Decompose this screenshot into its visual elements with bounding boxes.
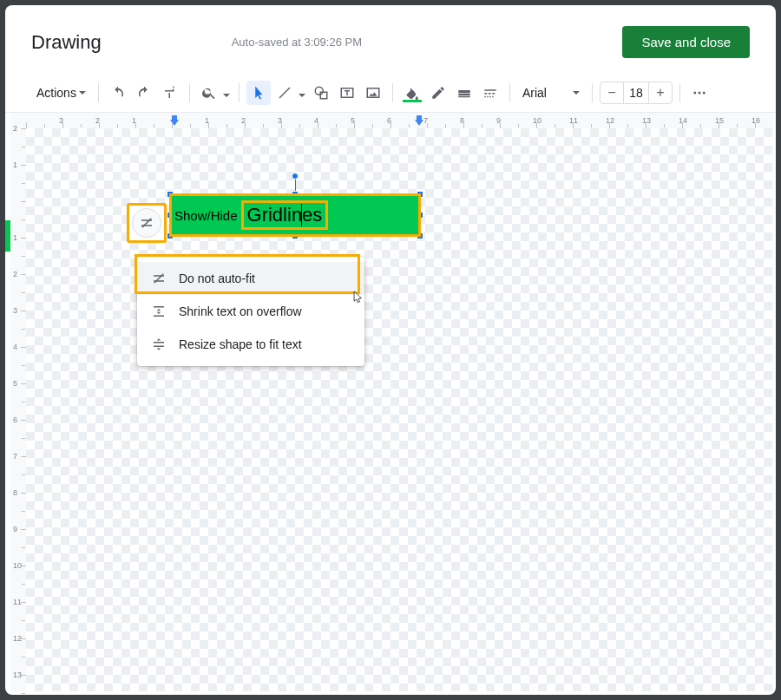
toolbar-separator: [679, 83, 680, 102]
select-tool-button[interactable]: [246, 81, 271, 105]
toolbar-separator: [239, 83, 240, 102]
toolbar-separator: [509, 83, 510, 102]
shrink-text-icon: [151, 304, 167, 319]
line-tool-icon-wrap: [272, 81, 297, 105]
menu-item-label: Shrink text on overflow: [179, 304, 302, 318]
caret-down-icon: [79, 91, 86, 95]
zoom-icon: [201, 85, 217, 101]
text-box-icon: [339, 85, 355, 101]
font-family-value: Arial: [522, 86, 547, 100]
autofit-options-button[interactable]: [127, 203, 167, 243]
canvas-area: 432112345678910111213141516 211234567891…: [5, 112, 776, 695]
autofit-menu: Do not auto-fit Shrink text on overflow …: [137, 257, 364, 366]
font-size-increase-button[interactable]: +: [649, 82, 672, 103]
ruler-tick: 2: [10, 274, 26, 311]
shape-body[interactable]: Show/Hide Gridlines: [171, 195, 419, 235]
caret-down-icon: [573, 91, 580, 95]
mouse-cursor-icon: [352, 290, 364, 305]
svg-point-6: [703, 92, 706, 95]
shapes-icon: [313, 85, 329, 101]
font-size-decrease-button[interactable]: −: [601, 82, 623, 103]
paint-roller-icon: [162, 85, 178, 101]
zoom-dropdown[interactable]: [197, 81, 232, 105]
border-color-button[interactable]: [426, 81, 450, 105]
ruler-tick: 8: [10, 493, 26, 529]
redo-icon: [136, 85, 152, 101]
svg-point-0: [315, 87, 323, 95]
ruler-tick: 6: [10, 420, 26, 456]
menu-item-resize-shape[interactable]: Resize shape to fit text: [137, 328, 364, 361]
menu-item-label: Do not auto-fit: [179, 271, 255, 285]
toolbar-separator: [392, 83, 393, 102]
save-and-close-button[interactable]: Save and close: [622, 26, 750, 58]
border-dash-button[interactable]: [478, 81, 502, 105]
caret-down-icon: [223, 94, 230, 97]
actions-label: Actions: [36, 86, 76, 100]
svg-point-4: [693, 92, 696, 95]
text-caret: [301, 204, 302, 226]
pencil-icon: [430, 85, 446, 101]
toolbar-separator: [592, 83, 593, 102]
horizontal-ruler[interactable]: 432112345678910111213141516: [26, 113, 772, 128]
zoom-icon-wrap: [197, 81, 221, 105]
paint-format-button[interactable]: [158, 81, 182, 105]
ruler-tick: 10: [10, 566, 26, 602]
shape-text-left[interactable]: Show/Hide: [174, 208, 238, 223]
line-dash-icon: [482, 85, 498, 101]
do-not-autofit-icon: [139, 215, 154, 231]
shape-text-highlighted[interactable]: Gridlines: [241, 200, 329, 230]
line-weight-icon: [456, 85, 472, 101]
font-family-select[interactable]: Arial: [517, 86, 585, 100]
toolbar: Actions: [5, 74, 776, 112]
ruler-tick: 11: [10, 602, 26, 638]
undo-button[interactable]: [106, 81, 130, 105]
ruler-tick: 3: [10, 311, 26, 347]
dialog-header: Drawing Auto-saved at 3:09:26 PM Save an…: [5, 5, 776, 74]
image-icon: [365, 85, 381, 101]
rotate-handle[interactable]: [292, 173, 299, 180]
border-weight-button[interactable]: [452, 81, 476, 105]
selected-shape[interactable]: Show/Hide Gridlines: [169, 193, 421, 237]
caret-down-icon: [299, 94, 305, 97]
actions-menu-button[interactable]: Actions: [31, 82, 91, 103]
ruler-tick: 5: [10, 383, 26, 420]
more-options-button[interactable]: [687, 81, 712, 105]
svg-point-5: [698, 92, 700, 95]
font-size-group: − 18 +: [600, 82, 673, 104]
ruler-tick: 9: [10, 529, 26, 566]
ruler-tick: 13: [10, 675, 26, 695]
undo-icon: [110, 85, 126, 101]
ruler-tick: [10, 201, 26, 238]
drawing-dialog: Drawing Auto-saved at 3:09:26 PM Save an…: [5, 5, 776, 695]
fill-color-button[interactable]: [400, 81, 424, 105]
toolbar-separator: [189, 83, 190, 102]
ruler-tick: 2: [10, 128, 26, 165]
menu-item-do-not-autofit[interactable]: Do not auto-fit: [137, 262, 364, 295]
menu-item-shrink-text[interactable]: Shrink text on overflow: [137, 295, 364, 328]
ruler-tick: 7: [10, 456, 26, 493]
cursor-icon: [251, 85, 266, 101]
image-button[interactable]: [361, 81, 385, 105]
line-icon: [277, 85, 292, 101]
do-not-autofit-icon: [151, 271, 167, 286]
rotate-connector: [295, 178, 296, 192]
ruler-tick: 12: [10, 638, 26, 675]
vertical-ruler[interactable]: 2112345678910111213: [10, 128, 26, 691]
autosave-status: Auto-saved at 3:09:26 PM: [232, 36, 362, 49]
more-horizontal-icon: [692, 85, 707, 101]
line-tool-dropdown[interactable]: [272, 81, 307, 105]
font-size-input[interactable]: 18: [623, 82, 649, 103]
resize-shape-icon: [151, 337, 167, 352]
shape-tool-button[interactable]: [309, 81, 333, 105]
ruler-tick: 4: [10, 347, 26, 383]
ruler-tick: 1: [10, 238, 26, 274]
redo-button[interactable]: [132, 81, 156, 105]
ruler-tick: 1: [10, 165, 26, 201]
toolbar-separator: [98, 83, 99, 102]
text-box-button[interactable]: [335, 81, 359, 105]
drawing-canvas[interactable]: Show/Hide Gridlines: [26, 128, 772, 691]
menu-item-label: Resize shape to fit text: [179, 337, 302, 351]
paint-bucket-icon: [404, 85, 420, 101]
svg-rect-1: [320, 92, 327, 99]
dialog-title: Drawing: [31, 31, 102, 54]
